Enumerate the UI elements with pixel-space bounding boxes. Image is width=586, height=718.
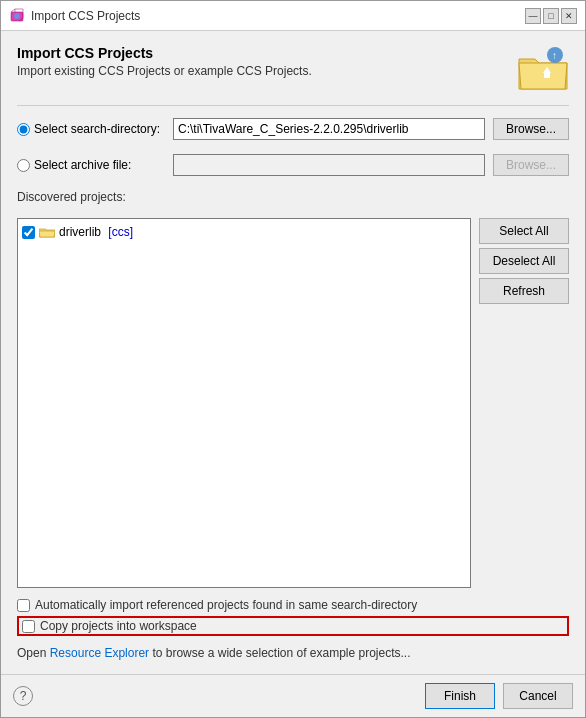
main-content: Import CCS Projects Import existing CCS … (1, 31, 585, 674)
copy-projects-checkbox-label[interactable]: Copy projects into workspace (17, 616, 569, 636)
dialog-subtitle: Import existing CCS Projects or example … (17, 64, 312, 78)
project-checkbox[interactable] (22, 226, 35, 239)
minimize-button[interactable]: — (525, 8, 541, 24)
discovered-projects-label: Discovered projects: (17, 190, 569, 204)
resource-explorer-link[interactable]: Resource Explorer (50, 646, 149, 660)
select-all-button[interactable]: Select All (479, 218, 569, 244)
header-divider (17, 105, 569, 106)
help-button[interactable]: ? (13, 686, 33, 706)
archive-file-input[interactable] (173, 154, 485, 176)
search-directory-radio[interactable] (17, 123, 30, 136)
archive-file-radio[interactable] (17, 159, 30, 172)
link-section: Open Resource Explorer to browse a wide … (17, 646, 569, 660)
project-tag: [ccs] (105, 225, 133, 239)
header-section: Import CCS Projects Import existing CCS … (17, 45, 569, 93)
svg-marker-3 (519, 63, 567, 89)
auto-import-checkbox-label[interactable]: Automatically import referenced projects… (17, 598, 569, 612)
cancel-button[interactable]: Cancel (503, 683, 573, 709)
refresh-button[interactable]: Refresh (479, 278, 569, 304)
title-bar-left: Import CCS Projects (9, 8, 140, 24)
maximize-button[interactable]: □ (543, 8, 559, 24)
auto-import-checkbox[interactable] (17, 599, 30, 612)
archive-file-row: Select archive file: Browse... (17, 154, 569, 176)
search-directory-row: Select search-directory: Browse... (17, 118, 569, 140)
dialog-title: Import CCS Projects (17, 45, 312, 61)
window-title: Import CCS Projects (31, 9, 140, 23)
svg-rect-7 (544, 73, 550, 78)
header-text: Import CCS Projects Import existing CCS … (17, 45, 312, 78)
archive-file-radio-label[interactable]: Select archive file: (17, 158, 165, 172)
search-directory-radio-label[interactable]: Select search-directory: (17, 122, 165, 136)
list-item[interactable]: driverlib [ccs] (22, 223, 466, 241)
project-name: driverlib (59, 225, 101, 239)
side-buttons: Select All Deselect All Refresh (479, 218, 569, 588)
search-directory-input[interactable] (173, 118, 485, 140)
projects-area: driverlib [ccs] Select All Deselect All … (17, 218, 569, 588)
footer-buttons: Finish Cancel (425, 683, 573, 709)
folder-icon: ↑ (517, 45, 569, 93)
svg-point-1 (14, 13, 20, 19)
title-bar-controls: — □ ✕ (525, 8, 577, 24)
copy-projects-checkbox[interactable] (22, 620, 35, 633)
finish-button[interactable]: Finish (425, 683, 495, 709)
footer: ? Finish Cancel (1, 674, 585, 717)
search-directory-browse-button[interactable]: Browse... (493, 118, 569, 140)
folder-small-icon (39, 226, 55, 238)
checkboxes-section: Automatically import referenced projects… (17, 598, 569, 636)
svg-text:↑: ↑ (552, 50, 557, 61)
close-button[interactable]: ✕ (561, 8, 577, 24)
import-ccs-projects-window: Import CCS Projects — □ ✕ Import CCS Pro… (0, 0, 586, 718)
project-list: driverlib [ccs] (17, 218, 471, 588)
title-bar: Import CCS Projects — □ ✕ (1, 1, 585, 31)
window-icon (9, 8, 25, 24)
deselect-all-button[interactable]: Deselect All (479, 248, 569, 274)
archive-file-browse-button[interactable]: Browse... (493, 154, 569, 176)
svg-marker-9 (39, 231, 55, 237)
